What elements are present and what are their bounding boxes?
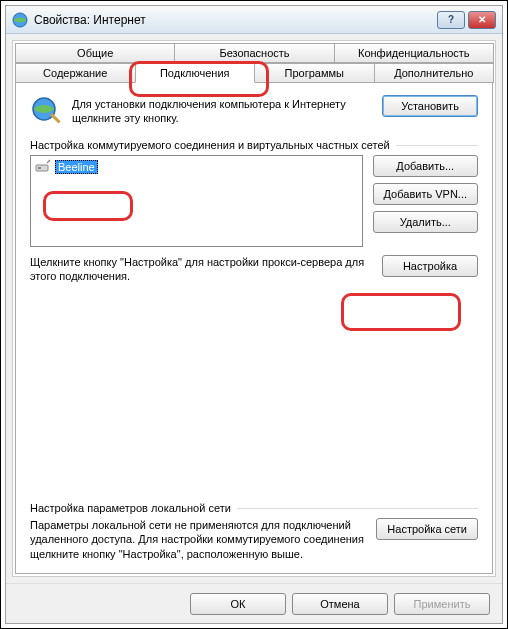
setup-button[interactable]: Установить <box>382 95 478 117</box>
tab-programs[interactable]: Программы <box>254 63 375 83</box>
add-vpn-button[interactable]: Добавить VPN... <box>373 183 478 205</box>
tab-general[interactable]: Общие <box>15 43 175 63</box>
internet-icon <box>12 12 28 28</box>
lan-hint-text: Параметры локальной сети не применяются … <box>30 518 366 561</box>
list-item[interactable]: Beeline <box>33 158 360 176</box>
svg-rect-5 <box>36 165 48 171</box>
dialog-body: Общие Безопасность Конфиденциальность Со… <box>12 40 496 577</box>
close-button[interactable]: ✕ <box>468 11 496 29</box>
setup-text: Для установки подключения компьютера к И… <box>72 95 372 126</box>
dial-section-label: Настройка коммутируемого соединения и ви… <box>30 139 478 151</box>
tab-connections[interactable]: Подключения <box>135 63 256 83</box>
tab-content[interactable]: Содержание <box>15 63 136 83</box>
tab-strip: Общие Безопасность Конфиденциальность Со… <box>15 43 493 83</box>
internet-properties-window: Свойства: Интернет ? ✕ Общие Безопасност… <box>5 5 503 624</box>
help-button[interactable]: ? <box>437 11 465 29</box>
tab-panel-connections: Для установки подключения компьютера к И… <box>15 82 493 574</box>
connections-listbox[interactable]: Beeline <box>30 155 363 247</box>
remove-button[interactable]: Удалить... <box>373 211 478 233</box>
ok-button[interactable]: ОК <box>190 593 286 615</box>
tab-privacy[interactable]: Конфиденциальность <box>334 43 494 63</box>
tab-advanced[interactable]: Дополнительно <box>374 63 495 83</box>
window-title: Свойства: Интернет <box>34 13 437 27</box>
svg-rect-4 <box>50 113 61 124</box>
cancel-button[interactable]: Отмена <box>292 593 388 615</box>
dialog-footer: ОК Отмена Применить <box>6 583 502 623</box>
proxy-hint-text: Щелкните кнопку "Настройка" для настройк… <box>30 255 372 284</box>
svg-rect-6 <box>38 167 41 169</box>
apply-button[interactable]: Применить <box>394 593 490 615</box>
modem-icon <box>35 159 51 175</box>
connection-settings-button[interactable]: Настройка <box>382 255 478 277</box>
add-button[interactable]: Добавить... <box>373 155 478 177</box>
lan-settings-button[interactable]: Настройка сети <box>376 518 478 540</box>
connection-name: Beeline <box>55 160 98 174</box>
lan-section-label: Настройка параметров локальной сети <box>30 502 478 514</box>
tab-security[interactable]: Безопасность <box>174 43 334 63</box>
globe-wand-icon <box>30 95 62 127</box>
titlebar: Свойства: Интернет ? ✕ <box>6 6 502 34</box>
